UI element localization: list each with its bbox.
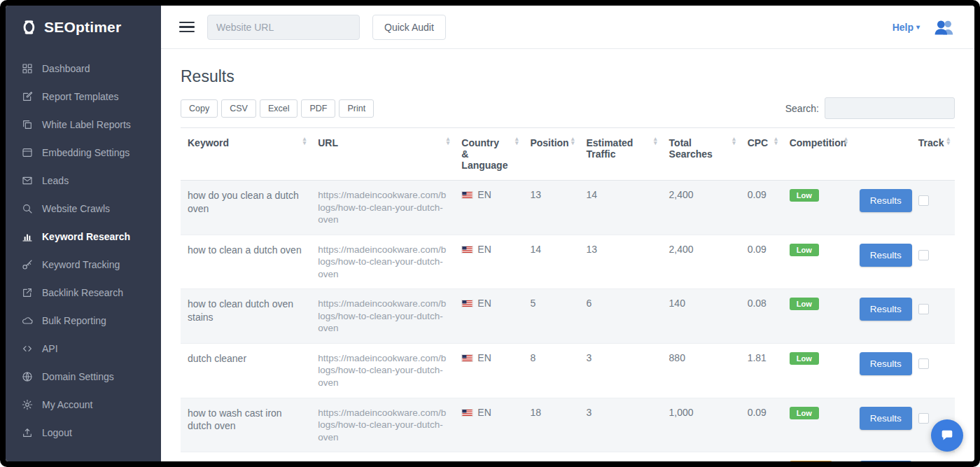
results-button[interactable]: Results — [860, 352, 912, 375]
traffic-cell: 14 — [579, 181, 662, 235]
url-cell: https://madeincookware.com/blogs/how-to-… — [311, 343, 454, 398]
sidebar-item-my-account[interactable]: My Account — [6, 391, 161, 419]
track-checkbox[interactable] — [918, 195, 929, 206]
sidebar-item-dashboard[interactable]: Dashboard — [6, 55, 161, 83]
excel-button[interactable]: Excel — [260, 99, 298, 118]
sidebar-item-logout[interactable]: Logout — [6, 419, 161, 447]
copy-button[interactable]: Copy — [181, 99, 218, 118]
position-cell: 18 — [523, 452, 579, 461]
actions-cell: Results — [853, 235, 911, 289]
quick-audit-button[interactable]: Quick Audit — [372, 15, 446, 40]
column-header-estimated-traffic[interactable]: Estimated Traffic▴▾ — [579, 128, 662, 181]
website-url-input[interactable] — [207, 15, 360, 40]
code-icon — [21, 343, 33, 355]
sidebar-item-white-label-reports[interactable]: White Label Reports — [6, 111, 161, 139]
column-header-total-searches[interactable]: Total Searches▴▾ — [662, 128, 741, 181]
column-header-competition[interactable]: Competition▴▾ — [783, 128, 853, 181]
traffic-cell: 2 — [579, 452, 662, 461]
keyword-cell: cleaning dutch oven — [181, 452, 311, 461]
position-cell: 5 — [523, 289, 579, 344]
actions-cell: Results — [853, 343, 911, 398]
column-header-actions — [853, 128, 911, 181]
magnifier-icon — [21, 203, 33, 215]
keyword-cell: how do you clean a dutch oven — [181, 181, 311, 235]
chat-launcher[interactable] — [931, 419, 963, 452]
actions-cell: Results — [853, 398, 911, 452]
print-button[interactable]: Print — [339, 99, 374, 118]
sidebar-item-domain-settings[interactable]: Domain Settings — [6, 363, 161, 391]
column-header-position[interactable]: Position▴▾ — [523, 128, 579, 181]
logout-icon — [21, 427, 33, 439]
cpc-cell: 0.09 — [741, 235, 783, 289]
searches-cell: 880 — [662, 452, 741, 461]
csv-button[interactable]: CSV — [221, 99, 256, 118]
results-button[interactable]: Results — [860, 461, 912, 461]
traffic-cell: 6 — [579, 289, 662, 344]
sidebar-item-label: White Label Reports — [42, 119, 131, 130]
keyword-cell: dutch cleaner — [181, 343, 311, 398]
sort-icon: ▴▾ — [946, 137, 950, 145]
app-logo[interactable]: SEOptimer — [6, 6, 161, 49]
searches-cell: 1,000 — [662, 398, 741, 452]
competition-badge: Low — [790, 244, 819, 256]
competition-badge: Low — [790, 189, 819, 202]
column-header-country-language[interactable]: Country & Language▴▾ — [454, 128, 523, 181]
track-cell — [911, 289, 955, 344]
sidebar-item-leads[interactable]: Leads — [6, 167, 161, 195]
table-row: cleaning dutch oven https://madeincookwa… — [181, 452, 955, 461]
track-checkbox[interactable] — [918, 304, 929, 314]
track-checkbox[interactable] — [918, 413, 929, 424]
sidebar-item-api[interactable]: API — [6, 335, 161, 363]
search-label: Search: — [785, 103, 819, 114]
sidebar-item-bulk-reporting[interactable]: Bulk Reporting — [6, 307, 161, 335]
sidebar-item-embedding-settings[interactable]: Embedding Settings — [6, 139, 161, 167]
sidebar-item-website-crawls[interactable]: Website Crawls — [6, 195, 161, 223]
results-button[interactable]: Results — [860, 244, 912, 267]
url-cell: https://madeincookware.com/blogs/how-to-… — [311, 398, 454, 452]
results-button[interactable]: Results — [860, 407, 912, 430]
actions-cell: Results — [853, 181, 911, 235]
cloud-icon — [21, 315, 33, 327]
help-dropdown[interactable]: Help ▾ — [892, 22, 920, 33]
sidebar-item-label: Logout — [42, 427, 72, 438]
hamburger-menu-icon[interactable] — [179, 22, 195, 33]
user-avatar-icon[interactable] — [932, 18, 956, 37]
screenshot-frame: SEOptimer Dashboard Report Templates Whi… — [0, 0, 980, 467]
pdf-button[interactable]: PDF — [301, 99, 335, 118]
us-flag-icon — [461, 409, 473, 417]
competition-badge: Low — [790, 407, 819, 419]
column-header-cpc[interactable]: CPC▴▾ — [741, 128, 783, 181]
key-icon — [21, 259, 33, 271]
country-cell: EN — [454, 181, 523, 235]
sidebar-item-label: Website Crawls — [42, 203, 110, 214]
keyword-cell: how to clean dutch oven stains — [181, 289, 311, 344]
chevron-down-icon: ▾ — [916, 23, 920, 31]
competition-cell: Low — [783, 289, 853, 344]
sidebar-item-keyword-tracking[interactable]: Keyword Tracking — [6, 251, 161, 279]
track-checkbox[interactable] — [918, 358, 929, 369]
table-row: how to clean dutch oven stains https://m… — [181, 289, 955, 344]
globe-icon — [21, 371, 33, 383]
search-input[interactable] — [825, 97, 955, 119]
column-header-url[interactable]: URL▴▾ — [311, 128, 454, 181]
track-checkbox[interactable] — [918, 250, 929, 260]
results-button[interactable]: Results — [860, 189, 912, 212]
seoptimer-logo-icon — [20, 18, 38, 36]
sort-icon: ▴▾ — [654, 137, 657, 145]
track-cell — [911, 235, 955, 289]
track-cell — [911, 343, 955, 398]
column-header-track[interactable]: Track▴▾ — [911, 128, 955, 181]
results-button[interactable]: Results — [860, 298, 912, 321]
sidebar-item-backlink-research[interactable]: Backlink Research — [6, 279, 161, 307]
searches-cell: 2,400 — [662, 181, 741, 235]
searches-cell: 880 — [662, 343, 741, 398]
logo-text: SEOptimer — [44, 19, 121, 36]
sidebar-item-keyword-research[interactable]: Keyword Research — [6, 223, 161, 251]
sidebar-item-report-templates[interactable]: Report Templates — [6, 83, 161, 111]
envelope-icon — [21, 175, 33, 187]
app-window: SEOptimer Dashboard Report Templates Whi… — [6, 6, 974, 461]
sort-icon: ▴▾ — [732, 137, 736, 145]
traffic-cell: 13 — [579, 235, 662, 289]
column-header-keyword[interactable]: Keyword▴▾ — [181, 128, 311, 181]
competition-cell: Low — [783, 181, 853, 235]
